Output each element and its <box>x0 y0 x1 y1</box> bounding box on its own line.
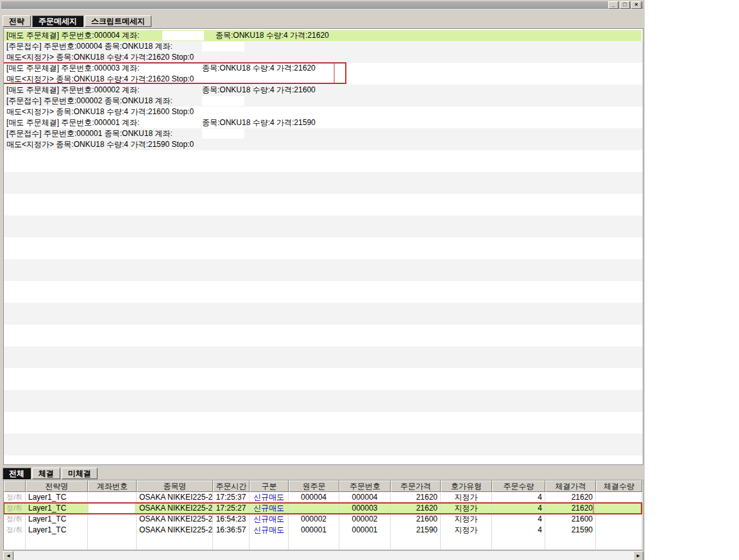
message-text: [매도 주문체결] 주문번호:000001 계좌: <box>6 118 139 127</box>
message-text: [주문접수] 주문번호:000002 종목:ONKU18 계좌: <box>6 96 173 105</box>
column-header-order-no[interactable]: 주문번호 <box>339 480 391 492</box>
cell-fill-qty <box>596 514 642 525</box>
column-header-account-no[interactable]: 계좌번호 <box>88 480 137 492</box>
minimize-button[interactable]: _ <box>608 1 618 9</box>
close-button[interactable]: × <box>631 1 641 9</box>
order-table-row[interactable]: 정/취Layer1_TCOSAKA NIKKEI225-2017:25:37신규… <box>4 492 643 503</box>
column-header-side[interactable]: 구분 <box>250 480 289 492</box>
order-table-row[interactable]: 정/취Layer1_TCOSAKA NIKKEI225-2016:54:23신규… <box>4 514 643 525</box>
account-redaction-box <box>89 525 135 535</box>
account-redaction-box <box>89 493 135 502</box>
message-row[interactable]: [매도 주문체결] 주문번호:000001 계좌: 종목:ONKU18 수량:4… <box>4 117 641 128</box>
account-redaction-box <box>202 96 244 106</box>
cell-fill-qty <box>596 492 642 503</box>
tab-script-messages[interactable]: 스크립트메세지 <box>85 15 151 27</box>
column-header-fill-qty[interactable]: 체결수량 <box>596 480 642 492</box>
empty-cell <box>545 536 596 550</box>
cell-order-price: 21590 <box>391 525 441 536</box>
app-window: _ □ × 전략 주문메세지 스크립트메세지 매도<지정가> 종목:ONKU18… <box>0 0 645 560</box>
cell-account-no <box>88 492 137 503</box>
column-header-order-time[interactable]: 주문시간 <box>213 480 250 492</box>
cell-orig-order-no <box>289 503 339 514</box>
close-icon: × <box>632 2 641 8</box>
modify-cancel-button[interactable]: 정/취 <box>4 503 26 514</box>
cell-fill-qty <box>596 525 642 536</box>
empty-cell <box>4 536 26 550</box>
tab-strategy[interactable]: 전략 <box>3 15 31 27</box>
empty-cell <box>391 536 441 550</box>
column-header-strategy-name[interactable]: 전략명 <box>26 480 88 492</box>
order-table-row[interactable]: 정/취Layer1_TCOSAKA NIKKEI225-2017:25:27신규… <box>4 503 643 514</box>
cell-side: 신규매도 <box>250 492 289 503</box>
tab-all-orders[interactable]: 전체 <box>3 468 31 479</box>
screen: _ □ × 전략 주문메세지 스크립트메세지 매도<지정가> 종목:ONKU18… <box>0 0 739 560</box>
cell-side: 신규매도 <box>250 514 289 525</box>
cell-account-no <box>88 525 137 536</box>
scrollbar-track[interactable] <box>13 551 633 560</box>
message-row[interactable]: [주문접수] 주문번호:000001 종목:ONKU18 계좌: <box>4 128 641 139</box>
message-text-detail: 종목:ONKU18 수량:4 가격:21620 <box>216 30 329 41</box>
message-text: 매도<지정가> 종목:ONKU18 수량:4 가격:21590 Stop:0 <box>6 140 194 149</box>
order-message-list: 매도<지정가> 종목:ONKU18 수량:4 가격:21590 Stop:0 [… <box>3 28 643 465</box>
message-row[interactable]: [매도 주문체결] 주문번호:000003 계좌: 종목:ONKU18 수량:4… <box>4 63 641 74</box>
message-row[interactable]: 매도<지정가> 종목:ONKU18 수량:4 가격:21620 Stop:0 <box>4 74 641 85</box>
modify-cancel-button[interactable]: 정/취 <box>4 514 26 525</box>
minimize-icon: _ <box>609 2 618 8</box>
top-tab-bar: 전략 주문메세지 스크립트메세지 <box>3 15 151 27</box>
cell-fill-qty <box>596 503 642 514</box>
cell-orig-order-no: 000004 <box>289 492 339 503</box>
column-header-orig-order-no[interactable]: 원주문 <box>289 480 339 492</box>
title-bar[interactable]: _ □ × <box>1 1 643 10</box>
order-table: 전략명계좌번호종목명주문시간구분원주문주문번호주문가격호가유형주문수량체결가격체… <box>3 480 643 550</box>
scroll-left-icon: ◄ <box>6 553 11 559</box>
column-header-price-type[interactable]: 호가유형 <box>441 480 492 492</box>
cell-orig-order-no: 000002 <box>289 514 339 525</box>
column-header-actions[interactable] <box>4 480 26 492</box>
order-table-row[interactable]: 정/취Layer1_TCOSAKA NIKKEI225-2016:36:57신규… <box>4 525 643 536</box>
horizontal-scrollbar: ◄ ► <box>3 550 643 560</box>
message-row[interactable]: 매도<지정가> 종목:ONKU18 수량:4 가격:21620 Stop:0 <box>4 52 641 63</box>
empty-cell <box>289 536 339 550</box>
tab-order-messages[interactable]: 주문메세지 <box>32 15 83 27</box>
cell-account-no <box>88 503 137 514</box>
cell-strategy-name: Layer1_TC <box>26 525 88 536</box>
column-header-symbol-name[interactable]: 종목명 <box>137 480 213 492</box>
message-text: 매도<지정가> 종목:ONKU18 수량:4 가격:21620 Stop:0 <box>6 53 194 62</box>
cell-order-no: 000001 <box>339 525 391 536</box>
cell-order-price: 21620 <box>391 492 441 503</box>
message-text: [매도 주문체결] 주문번호:000002 계좌: <box>6 85 139 94</box>
column-header-order-price[interactable]: 주문가격 <box>391 480 441 492</box>
cell-strategy-name: Layer1_TC <box>26 514 88 525</box>
bottom-tab-bar: 전체 체결 미체결 <box>3 467 98 479</box>
window-controls: _ □ × <box>608 1 641 9</box>
cell-order-time: 16:36:57 <box>213 525 250 536</box>
empty-cell <box>596 536 642 550</box>
scroll-right-button[interactable]: ► <box>633 551 643 560</box>
maximize-button[interactable]: □ <box>620 1 630 9</box>
column-header-order-qty[interactable]: 주문수량 <box>492 480 545 492</box>
cell-strategy-name: Layer1_TC <box>26 503 88 514</box>
message-row[interactable]: [주문접수] 주문번호:000002 종목:ONKU18 계좌: <box>4 96 641 106</box>
message-row[interactable]: [매도 주문체결] 주문번호:000004 계좌: 종목:ONKU18 수량:4… <box>4 30 641 41</box>
modify-cancel-button[interactable]: 정/취 <box>4 525 26 536</box>
cell-order-qty: 4 <box>492 503 545 514</box>
cell-symbol-name: OSAKA NIKKEI225-20 <box>137 503 213 514</box>
message-row[interactable]: [매도 주문체결] 주문번호:000002 계좌: 종목:ONKU18 수량:4… <box>4 85 641 96</box>
message-row[interactable]: 매도<지정가> 종목:ONKU18 수량:4 가격:21590 Stop:0 <box>4 139 641 150</box>
cell-symbol-name: OSAKA NIKKEI225-20 <box>137 525 213 536</box>
cell-order-no: 000003 <box>339 503 391 514</box>
scroll-left-button[interactable]: ◄ <box>3 551 13 560</box>
message-row[interactable]: 매도<지정가> 종목:ONKU18 수량:4 가격:21600 Stop:0 <box>4 106 641 117</box>
account-redaction-box <box>89 514 135 524</box>
modify-cancel-button[interactable]: 정/취 <box>4 492 26 503</box>
cell-strategy-name: Layer1_TC <box>26 492 88 503</box>
column-header-fill-price[interactable]: 체결가격 <box>545 480 596 492</box>
tab-filled-orders[interactable]: 체결 <box>32 468 60 479</box>
cell-price-type: 지정가 <box>441 525 492 536</box>
tab-unfilled-orders[interactable]: 미체결 <box>62 468 98 479</box>
message-text: 매도<지정가> 종목:ONKU18 수량:4 가격:21600 Stop:0 <box>6 107 194 116</box>
message-text: [매도 주문체결] 주문번호:000004 계좌: <box>6 31 139 40</box>
cell-order-no: 000004 <box>339 492 391 503</box>
message-row[interactable]: [주문접수] 주문번호:000004 종목:ONKU18 계좌: <box>4 41 641 52</box>
empty-table-row <box>4 536 643 550</box>
